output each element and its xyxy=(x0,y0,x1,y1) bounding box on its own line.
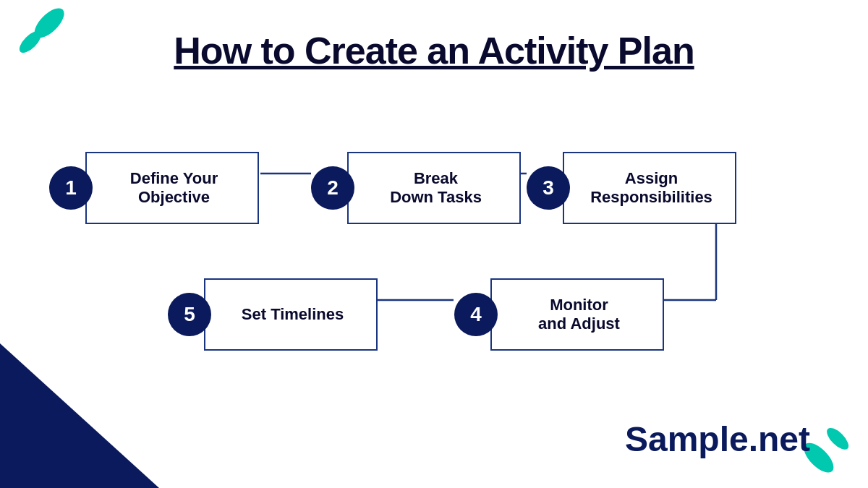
step-5-label: Set Timelines xyxy=(242,305,344,324)
step-5-container: 5 Set Timelines xyxy=(168,278,378,351)
connectors-svg xyxy=(0,87,868,390)
step-2-container: 2 BreakDown Tasks xyxy=(311,152,521,224)
step-2-circle: 2 xyxy=(311,166,354,210)
step-5-circle: 5 xyxy=(168,293,211,336)
step-1-circle: 1 xyxy=(49,166,93,210)
step-4-circle: 4 xyxy=(454,293,498,336)
step-2-label: BreakDown Tasks xyxy=(390,169,482,207)
page-title: How to Create an Activity Plan xyxy=(0,29,868,72)
step-3-circle: 3 xyxy=(527,166,570,210)
step-4-label: Monitorand Adjust xyxy=(538,296,620,334)
step-2-box: BreakDown Tasks xyxy=(347,152,521,224)
deco-bottom-right xyxy=(803,423,854,474)
step-3-label: AssignResponsibilities xyxy=(590,169,712,207)
brand-label: Sample.net xyxy=(625,419,810,459)
step-3-container: 3 AssignResponsibilities xyxy=(527,152,736,224)
step-5-box: Set Timelines xyxy=(204,278,378,351)
svg-point-4 xyxy=(823,424,852,453)
title-area: How to Create an Activity Plan xyxy=(0,0,868,80)
step-1-container: 1 Define YourObjective xyxy=(49,152,259,224)
step-1-box: Define YourObjective xyxy=(85,152,259,224)
step-4-container: 4 Monitorand Adjust xyxy=(454,278,664,351)
deco-top-left xyxy=(14,7,65,58)
step-4-box: Monitorand Adjust xyxy=(490,278,664,351)
step-3-box: AssignResponsibilities xyxy=(563,152,736,224)
step-1-label: Define YourObjective xyxy=(130,169,218,207)
